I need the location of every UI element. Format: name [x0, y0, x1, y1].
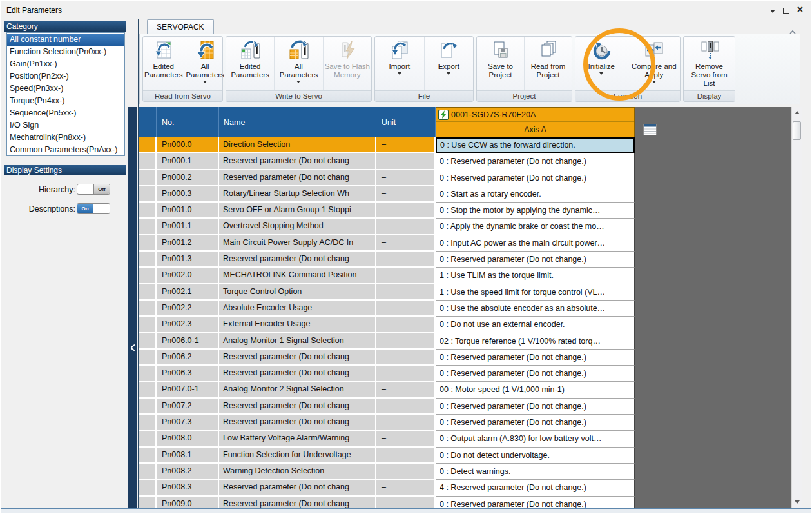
param-value-cell[interactable]: 00 : Motor speed (1 V/1,000 min-1) — [436, 382, 635, 398]
dropdown-arrow-icon[interactable] — [447, 72, 450, 75]
table-row[interactable]: Pn008.1 Function Selection for Undervolt… — [139, 448, 635, 464]
sidebar-splitter[interactable]: < — [128, 19, 138, 508]
row-header-cell[interactable] — [139, 366, 157, 382]
table-row[interactable]: Pn008.3 Reserved parameter (Do not chang… — [139, 480, 635, 496]
table-row[interactable]: Pn006.0-1 Analog Monitor 1 Signal Select… — [139, 333, 635, 350]
category-item[interactable]: Speed(Pn3xx-) — [7, 83, 124, 95]
dropdown-arrow-icon[interactable] — [599, 72, 603, 75]
table-row[interactable]: Pn008.0 Low Battery Voltage Alarm/Warnin… — [139, 431, 635, 447]
write-edited-parameters-button[interactable]: Edited Parameters — [226, 37, 274, 90]
table-row[interactable]: Pn000.0 Direction Selection – 0 : Use CC… — [139, 137, 635, 153]
param-value-cell[interactable]: 0 : Reserved parameter (Do not change.) — [436, 170, 635, 186]
window-menu-arrow-icon[interactable] — [770, 10, 775, 13]
param-value-cell[interactable]: 0 : Detect warnings. — [436, 464, 635, 480]
row-header-cell[interactable] — [139, 464, 157, 480]
param-value-cell[interactable]: 1 : Use TLIM as the torque limit. — [436, 268, 635, 284]
table-row[interactable]: Pn001.0 Servo OFF or Alarm Group 1 Stopp… — [139, 203, 635, 219]
read-from-project-button[interactable]: Read from Project — [524, 37, 572, 90]
save-to-project-button[interactable]: Save to Project — [477, 37, 524, 90]
tab-servopack[interactable]: SERVOPACK — [147, 19, 214, 34]
read-edited-parameters-button[interactable]: Edited Parameters — [143, 37, 184, 90]
table-row[interactable]: Pn000.2 Reserved parameter (Do not chang… — [139, 170, 635, 186]
row-header-cell[interactable] — [139, 137, 157, 153]
row-header-cell[interactable] — [139, 153, 157, 170]
servo-column-header[interactable]: 0001-SGD7S-R70F20A Axis A — [436, 107, 635, 137]
row-header-cell[interactable] — [139, 170, 157, 186]
row-header-cell[interactable] — [139, 252, 157, 268]
dropdown-arrow-icon[interactable] — [652, 81, 656, 83]
param-value-cell[interactable]: 0 : Reserved parameter (Do not change.) — [436, 366, 635, 382]
param-value-cell[interactable]: 0 : Do not use an external encoder. — [436, 317, 635, 333]
param-value-cell[interactable]: 0 : Use CCW as the forward direction. — [436, 137, 635, 153]
param-value-cell[interactable]: 0 : Reserved parameter (Do not change.) — [436, 415, 635, 431]
table-row[interactable]: Pn008.2 Warning Detection Selection – 0 … — [139, 464, 635, 480]
param-value-cell[interactable]: 0 : Reserved parameter (Do not change.) — [436, 399, 635, 415]
dropdown-arrow-icon[interactable] — [203, 81, 207, 83]
dropdown-arrow-icon[interactable] — [296, 81, 300, 83]
row-header-cell[interactable] — [139, 186, 157, 203]
table-row[interactable]: Pn006.3 Reserved parameter (Do not chang… — [139, 366, 635, 382]
param-value-cell[interactable]: 0 : Input AC power as the main circuit p… — [436, 235, 635, 252]
table-row[interactable]: Pn002.0 MECHATROLINK Command Position – … — [139, 268, 635, 284]
param-value-cell[interactable]: 0 : Start as a rotary encoder. — [436, 186, 635, 203]
param-value-cell[interactable]: 0 : Use the absolute encoder as an absol… — [436, 301, 635, 317]
dropdown-arrow-icon[interactable] — [398, 72, 401, 75]
row-header-cell[interactable] — [139, 301, 157, 317]
table-row[interactable]: Pn006.2 Reserved parameter (Do not chang… — [139, 350, 635, 366]
compare-and-apply-button[interactable]: Compare and Apply — [628, 37, 681, 90]
scrollbar-thumb[interactable] — [793, 121, 801, 140]
row-header-cell[interactable] — [139, 415, 157, 431]
import-button[interactable]: Import — [375, 37, 424, 90]
export-button[interactable]: Export — [424, 37, 474, 90]
category-item[interactable]: Sequence(Pn5xx-) — [7, 107, 124, 119]
param-value-cell[interactable]: 1 : Use the speed limit for torque contr… — [436, 284, 635, 301]
row-header-cell[interactable] — [139, 480, 157, 496]
table-row[interactable]: Pn007.3 Reserved parameter (Do not chang… — [139, 415, 635, 431]
param-value-cell[interactable]: 0 : Reserved parameter (Do not change.) — [436, 252, 635, 268]
param-value-cell[interactable]: 0 : Output alarm (A.830) for low battery… — [436, 431, 635, 447]
param-value-cell[interactable]: 02 : Torque reference (1 V/100% rated to… — [436, 333, 635, 350]
row-header-cell[interactable] — [139, 399, 157, 415]
scroll-up-icon[interactable] — [792, 107, 802, 118]
scroll-down-icon[interactable] — [792, 497, 802, 508]
category-item[interactable]: Position(Pn2xx-) — [7, 70, 124, 83]
table-row[interactable]: Pn007.2 Reserved parameter (Do not chang… — [139, 399, 635, 415]
ribbon-collapse-icon[interactable] — [789, 28, 797, 37]
table-row[interactable]: Pn001.1 Overtravel Stopping Method – 0 :… — [139, 219, 635, 235]
row-header-cell[interactable] — [139, 235, 157, 252]
row-header-cell[interactable] — [139, 382, 157, 398]
param-value-cell[interactable]: 0 : Stop the motor by applying the dynam… — [436, 203, 635, 219]
table-row[interactable]: Pn002.2 Absolute Encoder Usage – 0 : Use… — [139, 301, 635, 317]
table-row[interactable]: Pn007.0-1 Analog Monitor 2 Signal Select… — [139, 382, 635, 398]
table-row[interactable]: Pn002.1 Torque Control Option – 1 : Use … — [139, 284, 635, 301]
param-value-cell[interactable]: 0 : Reserved parameter (Do not change.) — [436, 350, 635, 366]
row-header-cell[interactable] — [139, 350, 157, 366]
category-item[interactable]: Mechatrolink(Pn8xx-) — [7, 132, 124, 144]
hierarchy-toggle[interactable]: Off — [77, 184, 110, 195]
row-header-cell[interactable] — [139, 333, 157, 350]
row-header-cell[interactable] — [139, 431, 157, 447]
row-header-cell[interactable] — [139, 317, 157, 333]
table-row[interactable]: Pn000.3 Rotary/Linear Startup Selection … — [139, 186, 635, 203]
category-item[interactable]: Gain(Pn1xx-) — [7, 58, 124, 70]
row-header-cell[interactable] — [139, 497, 157, 508]
collapse-chevron-icon[interactable]: < — [130, 341, 135, 355]
remove-servo-from-list-button[interactable]: Remove Servo from List — [684, 37, 735, 90]
vertical-scrollbar[interactable] — [791, 107, 802, 508]
category-item[interactable]: Function Selection(Pn0xx-) — [7, 46, 124, 58]
param-value-cell[interactable]: 0 : Do not detect undervoltage. — [436, 448, 635, 464]
table-row[interactable]: Pn000.1 Reserved parameter (Do not chang… — [139, 153, 635, 170]
param-value-cell[interactable]: 0 : Reserved parameter (Do not change.) — [436, 153, 635, 170]
initialize-button[interactable]: Initialize — [575, 37, 628, 90]
param-value-cell[interactable]: 0 : Reserved parameter (Do not change.) — [436, 497, 635, 508]
table-row[interactable]: Pn001.2 Main Circuit Power Supply AC/DC … — [139, 235, 635, 252]
row-header-cell[interactable] — [139, 268, 157, 284]
param-value-cell[interactable]: 4 : Reserved parameter (Do not change.) — [436, 480, 635, 496]
table-row[interactable]: Pn009.0 Reserved parameter (Do not chang… — [139, 497, 635, 508]
table-row[interactable]: Pn002.3 External Encoder Usage – 0 : Do … — [139, 317, 635, 333]
maximize-icon[interactable] — [783, 8, 789, 14]
row-header-cell[interactable] — [139, 448, 157, 464]
read-all-parameters-button[interactable]: All Parameters — [184, 37, 225, 90]
row-header-cell[interactable] — [139, 203, 157, 219]
category-item[interactable]: All constant number — [7, 34, 124, 46]
